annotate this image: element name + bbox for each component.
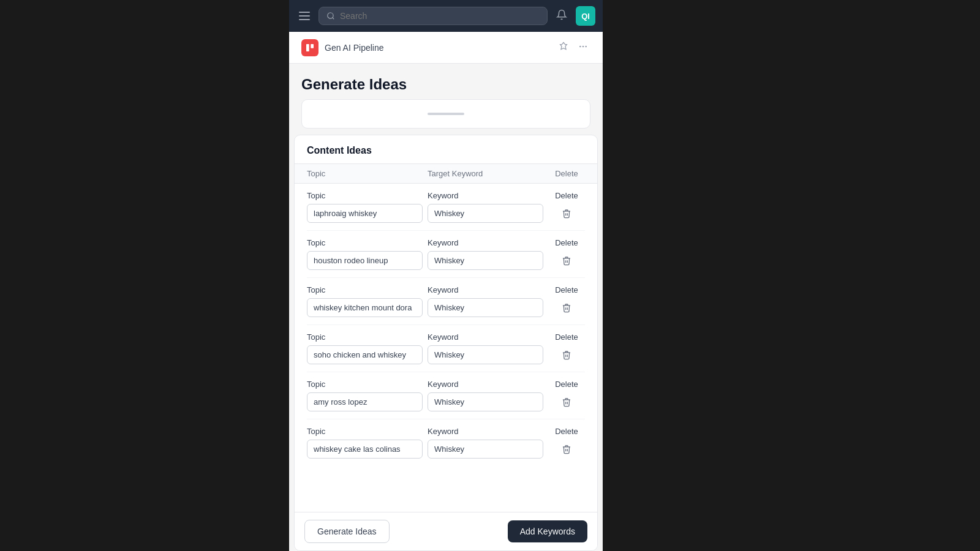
user-avatar-button[interactable]: QI (576, 6, 595, 26)
delete-label-1: Delete (548, 238, 585, 247)
keyword-input-0[interactable] (428, 204, 543, 223)
topic-input-1[interactable] (307, 251, 423, 270)
table-rows-container: Topic Keyword Delete Topic (295, 184, 597, 512)
delete-row-button-1[interactable] (559, 253, 574, 268)
pin-icon (559, 42, 568, 51)
delete-btn-container-0 (548, 206, 585, 221)
table-row: Topic Keyword Delete (307, 278, 585, 325)
keyword-input-2[interactable] (428, 298, 543, 317)
delete-label-4: Delete (548, 380, 585, 389)
trash-icon-1 (562, 256, 571, 266)
add-keywords-button[interactable]: Add Keywords (508, 520, 587, 542)
bell-icon (556, 9, 567, 20)
search-input[interactable] (340, 11, 540, 21)
keyword-label-2: Keyword (428, 285, 548, 294)
row-inputs-1 (307, 251, 585, 270)
topic-column-header: Topic (307, 169, 428, 178)
svg-line-1 (333, 18, 334, 20)
delete-btn-container-3 (548, 348, 585, 362)
topic-input-4[interactable] (307, 392, 423, 411)
row-labels-5: Topic Keyword Delete (307, 427, 585, 436)
content-ideas-card: Content Ideas Topic Target Keyword Delet… (294, 135, 598, 551)
row-labels-0: Topic Keyword Delete (307, 191, 585, 200)
delete-row-button-0[interactable] (559, 206, 574, 221)
topic-label-4: Topic (307, 380, 428, 389)
delete-row-button-3[interactable] (559, 348, 574, 362)
delete-label-2: Delete (548, 285, 585, 294)
search-icon (326, 12, 335, 20)
topic-label-1: Topic (307, 238, 428, 247)
keyword-label-4: Keyword (428, 380, 548, 389)
row-inputs-5 (307, 440, 585, 459)
delete-btn-container-4 (548, 395, 585, 410)
svg-point-5 (582, 45, 584, 47)
page-title: Generate Ideas (301, 76, 590, 93)
row-labels-1: Topic Keyword Delete (307, 238, 585, 247)
header-left: Gen AI Pipeline (301, 39, 384, 56)
app-name-label: Gen AI Pipeline (325, 43, 384, 53)
collapsed-card (301, 99, 590, 129)
delete-btn-container-5 (548, 442, 585, 457)
svg-rect-2 (306, 44, 309, 51)
collapse-indicator (428, 113, 464, 115)
delete-row-button-4[interactable] (559, 395, 574, 410)
generate-ideas-button[interactable]: Generate Ideas (304, 520, 390, 543)
trash-icon-3 (562, 350, 571, 360)
row-labels-4: Topic Keyword Delete (307, 380, 585, 389)
trash-icon-2 (562, 303, 571, 313)
delete-row-button-5[interactable] (559, 442, 574, 457)
keyword-label-5: Keyword (428, 427, 548, 436)
keyword-label-3: Keyword (428, 332, 548, 342)
topic-input-5[interactable] (307, 440, 423, 459)
page-header: Gen AI Pipeline (289, 32, 603, 64)
row-labels-2: Topic Keyword Delete (307, 285, 585, 294)
trash-icon-5 (562, 444, 571, 454)
keyword-column-header: Target Keyword (428, 169, 548, 178)
topic-label-3: Topic (307, 332, 428, 342)
topic-input-0[interactable] (307, 204, 423, 223)
keyword-input-1[interactable] (428, 251, 543, 270)
hamburger-button[interactable] (296, 9, 312, 23)
trash-icon-0 (562, 209, 571, 219)
bottom-actions: Generate Ideas Add Keywords (295, 512, 597, 550)
page-title-section: Generate Ideas (289, 64, 603, 99)
row-labels-3: Topic Keyword Delete (307, 332, 585, 342)
delete-btn-container-2 (548, 301, 585, 315)
topic-input-3[interactable] (307, 345, 423, 364)
table-row: Topic Keyword Delete (307, 184, 585, 231)
row-inputs-0 (307, 204, 585, 223)
delete-btn-container-1 (548, 253, 585, 268)
topic-label-0: Topic (307, 191, 428, 200)
trash-icon-4 (562, 397, 571, 407)
content-ideas-header: Content Ideas (295, 135, 597, 164)
keyword-label-1: Keyword (428, 238, 548, 247)
delete-label-3: Delete (548, 332, 585, 342)
header-actions (556, 39, 590, 56)
topic-label-5: Topic (307, 427, 428, 436)
delete-label-0: Delete (548, 191, 585, 200)
more-options-button[interactable] (576, 39, 590, 56)
table-row: Topic Keyword Delete (307, 372, 585, 419)
svg-point-4 (579, 45, 581, 47)
notifications-button[interactable] (554, 7, 570, 26)
row-inputs-4 (307, 392, 585, 411)
app-logo (301, 39, 318, 56)
delete-column-header: Delete (548, 169, 585, 178)
table-row: Topic Keyword Delete (307, 231, 585, 278)
search-bar (318, 7, 548, 25)
content-ideas-title: Content Ideas (307, 145, 372, 156)
table-row: Topic Keyword Delete (307, 325, 585, 372)
top-nav: QI (289, 0, 603, 32)
delete-row-button-2[interactable] (559, 301, 574, 315)
keyword-input-3[interactable] (428, 345, 543, 364)
ellipsis-icon (578, 42, 588, 51)
keyword-input-5[interactable] (428, 440, 543, 459)
keyword-input-4[interactable] (428, 392, 543, 411)
pin-button[interactable] (556, 39, 571, 56)
topic-input-2[interactable] (307, 298, 423, 317)
svg-point-6 (585, 45, 587, 47)
topic-label-2: Topic (307, 285, 428, 294)
delete-label-5: Delete (548, 427, 585, 436)
table-row: Topic Keyword Delete (307, 419, 585, 466)
row-inputs-3 (307, 345, 585, 364)
